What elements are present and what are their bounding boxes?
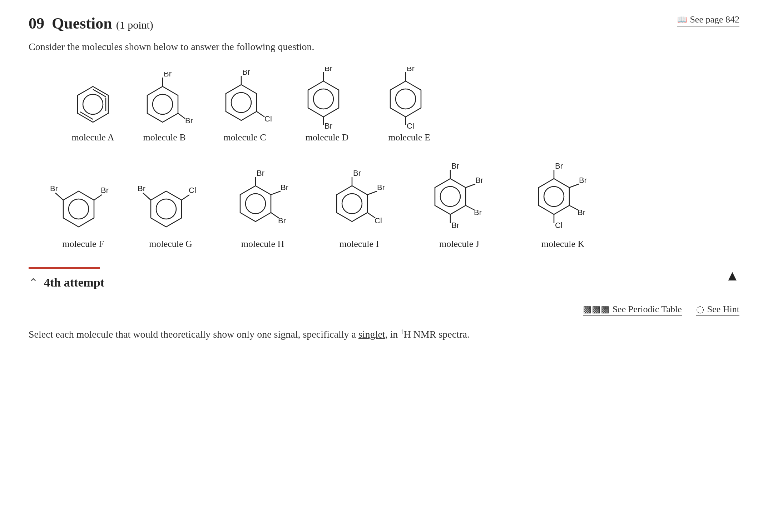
- svg-line-61: [466, 184, 475, 188]
- svg-point-6: [153, 94, 173, 114]
- bottom-text-part3: H NMR spectra.: [403, 329, 469, 340]
- book-icon: 📖: [677, 15, 687, 24]
- molecule-I-label: molecule I: [340, 239, 379, 249]
- svg-line-37: [143, 193, 151, 200]
- see-page-link[interactable]: 📖 See page 842: [677, 14, 739, 26]
- bottom-text-part1: Select each molecule that would theoreti…: [29, 329, 358, 340]
- molecule-A-label: molecule A: [71, 132, 114, 143]
- svg-text:Br: Br: [185, 116, 193, 125]
- question-word: Question: [52, 15, 112, 32]
- svg-text:Br: Br: [555, 161, 563, 170]
- svg-text:Br: Br: [101, 186, 109, 195]
- svg-point-4: [83, 94, 103, 114]
- hint-label: See Hint: [707, 304, 739, 315]
- svg-point-36: [156, 199, 176, 219]
- svg-text:Br: Br: [278, 216, 286, 225]
- svg-text:Br: Br: [377, 183, 385, 192]
- molecule-G-label: molecule G: [149, 239, 192, 249]
- svg-text:Cl: Cl: [555, 221, 563, 230]
- svg-marker-67: [539, 179, 569, 214]
- svg-line-73: [569, 205, 578, 210]
- molecule-G: Br Cl molecule G: [138, 171, 204, 249]
- svg-line-47: [271, 213, 279, 218]
- svg-marker-0: [78, 86, 108, 122]
- svg-text:Br: Br: [474, 208, 482, 217]
- molecule-C-label: molecule C: [223, 132, 266, 143]
- svg-line-31: [55, 193, 63, 200]
- molecules-row-1: molecule A Br Br molecule B: [29, 67, 739, 143]
- svg-line-63: [466, 205, 475, 210]
- svg-text:Br: Br: [451, 221, 459, 230]
- svg-marker-11: [226, 85, 257, 120]
- molecule-F-label: molecule F: [62, 239, 104, 249]
- svg-text:Br: Br: [164, 72, 172, 78]
- svg-marker-23: [390, 81, 421, 117]
- svg-text:Cl: Cl: [375, 216, 382, 225]
- scroll-up-icon[interactable]: ▲: [725, 267, 739, 284]
- svg-point-50: [342, 194, 362, 214]
- bottom-text-part2: , in: [385, 329, 401, 340]
- molecule-D-label: molecule D: [306, 132, 349, 143]
- svg-text:Br: Br: [407, 67, 415, 73]
- svg-text:Br: Br: [257, 169, 264, 178]
- svg-text:Br: Br: [353, 169, 361, 178]
- svg-line-71: [569, 184, 579, 188]
- periodic-table-label: See Periodic Table: [613, 304, 682, 315]
- question-points: (1 point): [116, 19, 153, 31]
- svg-text:Br: Br: [324, 67, 332, 73]
- svg-line-45: [271, 191, 281, 195]
- molecule-F: Br Br molecule F: [50, 171, 116, 249]
- molecule-B: Br Br molecule B: [136, 72, 193, 143]
- svg-point-12: [231, 93, 251, 113]
- see-page-label: See page 842: [690, 14, 739, 25]
- molecule-D: Br Br molecule D: [297, 67, 357, 143]
- attempt-row: ⌃ 4th attempt ▲: [29, 276, 739, 289]
- tools-row: ▩▩▩ See Periodic Table ◌ See Hint: [29, 304, 739, 316]
- svg-text:Br: Br: [451, 161, 459, 170]
- molecule-J-label: molecule J: [439, 239, 479, 249]
- molecules-section: molecule A Br Br molecule B: [29, 67, 739, 249]
- svg-text:Br: Br: [138, 184, 145, 193]
- molecule-B-label: molecule B: [143, 132, 185, 143]
- molecule-H: Br Br Br molecule H: [225, 168, 300, 249]
- svg-text:Cl: Cl: [407, 121, 414, 129]
- svg-text:Cl: Cl: [189, 186, 196, 195]
- molecules-row-2: Br Br molecule F Br Cl: [29, 161, 739, 249]
- molecule-K-label: molecule K: [541, 239, 585, 249]
- periodic-table-link[interactable]: ▩▩▩ See Periodic Table: [583, 304, 682, 316]
- molecule-E: Br Cl molecule E: [379, 67, 440, 143]
- hint-link[interactable]: ◌ See Hint: [696, 304, 739, 316]
- svg-line-33: [94, 195, 102, 200]
- svg-point-68: [544, 187, 564, 207]
- svg-point-30: [69, 199, 89, 219]
- svg-marker-35: [151, 191, 182, 227]
- question-title: 09 Question (1 point): [29, 14, 153, 33]
- molecule-I: Br Br Cl molecule I: [322, 168, 397, 249]
- svg-line-55: [367, 213, 375, 218]
- svg-marker-41: [240, 186, 271, 222]
- molecule-E-label: molecule E: [388, 132, 430, 143]
- divider: [29, 267, 100, 269]
- molecule-K: Br Br Br Cl molecule K: [522, 161, 604, 249]
- svg-line-9: [178, 113, 185, 119]
- hint-icon: ◌: [696, 304, 704, 315]
- svg-marker-5: [147, 86, 178, 122]
- svg-text:Br: Br: [579, 176, 587, 185]
- svg-marker-57: [435, 179, 466, 214]
- svg-text:Br: Br: [324, 121, 332, 129]
- svg-text:Br: Br: [578, 208, 585, 217]
- svg-point-24: [396, 89, 416, 109]
- bottom-text: Select each molecule that would theoreti…: [29, 327, 739, 342]
- chevron-down-icon[interactable]: ⌃: [29, 276, 38, 289]
- svg-marker-17: [308, 81, 339, 117]
- singlet-word: singlet: [358, 329, 385, 340]
- svg-text:Br: Br: [281, 183, 288, 192]
- question-number: 09: [29, 15, 44, 32]
- svg-text:Cl: Cl: [264, 114, 272, 123]
- svg-point-58: [440, 187, 460, 207]
- svg-text:Br: Br: [242, 70, 250, 76]
- svg-text:Br: Br: [475, 176, 483, 185]
- svg-text:Br: Br: [50, 184, 58, 193]
- svg-line-39: [182, 195, 189, 200]
- attempt-label: 4th attempt: [44, 276, 104, 289]
